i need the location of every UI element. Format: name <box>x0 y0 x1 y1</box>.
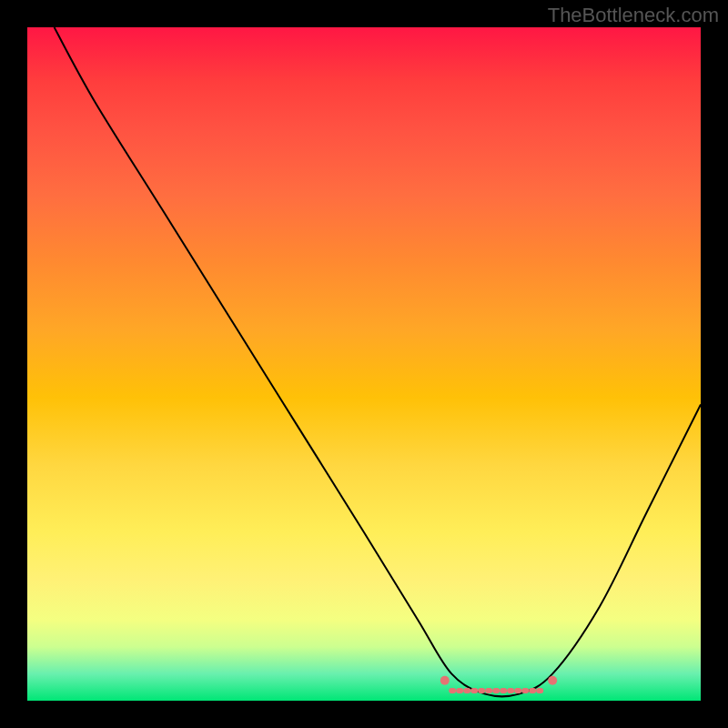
bottleneck-curve <box>55 27 701 696</box>
marker-dot <box>440 676 450 685</box>
watermark-text: TheBottleneck.com <box>548 4 719 27</box>
marker-dot <box>548 676 557 685</box>
chart-svg <box>27 27 701 701</box>
plot-area <box>27 27 701 701</box>
